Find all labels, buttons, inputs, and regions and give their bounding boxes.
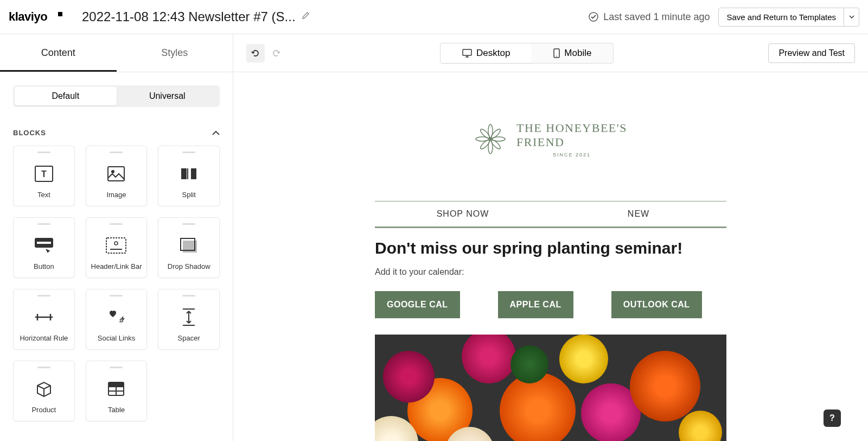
device-mobile-button[interactable]: Mobile (532, 43, 613, 63)
blocks-section-label: BLOCKS (13, 129, 46, 137)
undo-button[interactable] (246, 44, 265, 62)
toggle-universal[interactable]: Universal (117, 87, 219, 105)
klaviyo-logo[interactable]: klaviyo (9, 9, 66, 25)
edit-title-icon[interactable] (301, 11, 310, 22)
block-social-links-label: Social Links (98, 334, 135, 342)
svg-text:klaviyo: klaviyo (9, 10, 47, 23)
svg-text:T: T (41, 169, 47, 179)
tab-content[interactable]: Content (0, 34, 117, 72)
outlook-cal-button[interactable]: OUTLOOK CAL (611, 291, 702, 318)
redo-icon (271, 48, 281, 58)
mobile-icon (553, 48, 560, 58)
save-dropdown-caret[interactable] (844, 8, 859, 27)
help-button[interactable]: ? (824, 410, 841, 427)
header-link-bar-icon (105, 234, 127, 257)
block-image[interactable]: Image (86, 146, 148, 206)
svg-point-28 (490, 128, 501, 140)
tab-styles[interactable]: Styles (117, 34, 233, 72)
nav-new[interactable]: NEW (551, 201, 726, 226)
svg-point-30 (489, 138, 492, 140)
email-body[interactable]: Don't miss our spring planting seminar! … (375, 228, 726, 329)
google-cal-button[interactable]: GOOGLE CAL (375, 291, 460, 318)
block-table[interactable]: Table (86, 361, 148, 421)
redo-button (267, 44, 285, 62)
toggle-default[interactable]: Default (15, 87, 117, 105)
brand-text: THE HONEYBEE'S FRIEND SINCE 2021 (516, 121, 627, 158)
block-table-label: Table (108, 406, 125, 414)
flower-icon (474, 123, 507, 155)
email-subtext: Add it to your calendar: (375, 267, 726, 277)
email-brand-header[interactable]: THE HONEYBEE'S FRIEND SINCE 2021 (375, 99, 726, 174)
device-desktop-button[interactable]: Desktop (441, 43, 532, 63)
svg-point-29 (479, 139, 490, 150)
email-nav[interactable]: SHOP NOW NEW (375, 201, 726, 228)
brand-name-line1: THE HONEYBEE'S (516, 121, 627, 135)
blocks-grid: T Text Image Split (0, 146, 233, 434)
drop-shadow-icon (177, 234, 200, 257)
block-horizontal-rule[interactable]: Horizontal Rule (13, 289, 75, 350)
save-return-button[interactable]: Save and Return to Templates (718, 8, 844, 27)
block-spacer[interactable]: Spacer (158, 289, 220, 350)
block-social-links[interactable]: # Social Links (86, 289, 148, 350)
block-image-label: Image (106, 191, 126, 199)
brand-name-line2: FRIEND (516, 135, 627, 149)
svg-rect-3 (463, 49, 471, 55)
undo-icon (251, 48, 260, 58)
block-text[interactable]: T Text (13, 146, 75, 206)
calendar-buttons: GOOGLE CAL APPLE CAL OUTLOOK CAL (375, 291, 726, 318)
email-headline: Don't miss our spring planting seminar! (375, 239, 726, 257)
block-horizontal-rule-label: Horizontal Rule (20, 334, 68, 342)
svg-rect-11 (187, 168, 188, 179)
block-product-label: Product (31, 406, 56, 414)
image-block-icon (105, 162, 127, 185)
block-text-label: Text (37, 191, 50, 199)
main-area: Default Universal BLOCKS T Text Image (0, 72, 868, 441)
save-button-group: Save and Return to Templates (718, 8, 859, 27)
autosave-status: Last saved 1 minute ago (588, 11, 710, 23)
svg-rect-12 (191, 168, 196, 179)
check-circle-icon (588, 11, 599, 22)
block-product[interactable]: Product (13, 361, 75, 421)
svg-point-5 (557, 55, 558, 56)
autosave-text: Last saved 1 minute ago (603, 11, 710, 23)
table-icon (105, 377, 127, 400)
desktop-icon (462, 49, 472, 58)
svg-rect-14 (37, 242, 51, 244)
block-button-label: Button (34, 262, 54, 270)
svg-rect-21 (108, 382, 124, 387)
chevron-up-icon (212, 131, 220, 135)
apple-cal-button[interactable]: APPLE CAL (498, 291, 573, 318)
email-canvas[interactable]: THE HONEYBEE'S FRIEND SINCE 2021 SHOP NO… (375, 99, 726, 441)
svg-rect-8 (108, 167, 124, 181)
block-drop-shadow-label: Drop Shadow (168, 262, 210, 270)
toolbar: Content Styles Desktop Mobile Preview an… (0, 34, 868, 72)
toolbar-middle: Desktop Mobile Preview and Test (233, 43, 868, 64)
block-split-label: Split (182, 191, 196, 199)
device-desktop-label: Desktop (476, 48, 510, 59)
block-split[interactable]: Split (158, 146, 220, 206)
top-bar: klaviyo 2022-11-08 12:43 Newsletter #7 (… (0, 0, 868, 34)
block-button[interactable]: Button (13, 217, 75, 278)
preview-test-button[interactable]: Preview and Test (768, 43, 855, 63)
blocks-section-header[interactable]: BLOCKS (0, 120, 233, 146)
svg-point-26 (479, 128, 490, 140)
svg-rect-15 (106, 238, 126, 253)
svg-rect-1 (58, 12, 62, 16)
svg-point-9 (111, 170, 114, 173)
button-block-icon (33, 234, 55, 257)
block-drop-shadow[interactable]: Drop Shadow (158, 217, 220, 278)
campaign-title: 2022-11-08 12:43 Newsletter #7 (S... (82, 9, 296, 24)
svg-point-27 (490, 139, 501, 150)
spacer-icon (177, 306, 200, 329)
device-toggle: Desktop Mobile (440, 43, 614, 64)
top-bar-right: Last saved 1 minute ago Save and Return … (588, 8, 859, 27)
horizontal-rule-icon (33, 306, 55, 329)
caret-down-icon (849, 15, 854, 18)
email-hero-image[interactable] (375, 335, 726, 441)
block-header-link-bar[interactable]: Header/Link Bar (86, 217, 148, 278)
social-links-icon: # (105, 306, 127, 329)
nav-shop-now[interactable]: SHOP NOW (375, 201, 551, 226)
block-header-link-bar-label: Header/Link Bar (91, 262, 142, 270)
svg-point-16 (114, 242, 118, 245)
block-type-toggle: Default Universal (13, 85, 220, 107)
